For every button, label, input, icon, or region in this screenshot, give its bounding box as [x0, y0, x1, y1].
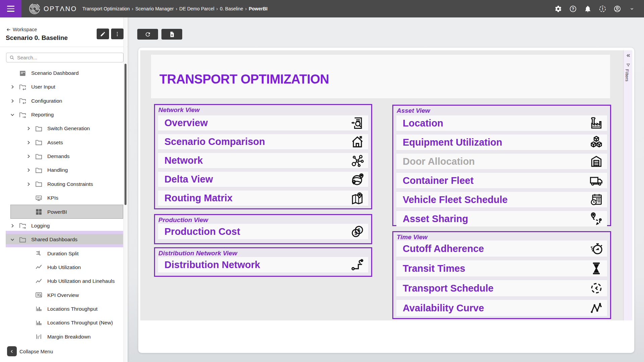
breadcrumb-item[interactable]: Transport Optimization [82, 6, 130, 11]
tree-item-configuration[interactable]: Configuration [0, 94, 123, 108]
bar-chart-icon [35, 305, 43, 313]
tree-item-label: Reporting [31, 112, 54, 118]
collapse-menu-button[interactable]: Collapse Menu [7, 346, 53, 356]
warehouse-door-icon [589, 154, 604, 169]
tree-item-hub-utilization-and-linehauls[interactable]: Hub Utilization and Linehauls [0, 274, 123, 288]
hourglass-icon [589, 261, 604, 276]
collapse-chevron-icon[interactable] [7, 346, 17, 356]
breadcrumb-item[interactable]: 0. Baseline [220, 6, 243, 11]
help-icon[interactable]: ? [565, 5, 580, 13]
scrollbar-thumb[interactable] [125, 64, 127, 205]
stopwatch-icon [589, 241, 604, 256]
tree-item-user-input[interactable]: User Input [0, 80, 123, 94]
refresh-icon [145, 31, 151, 38]
chevron-right-icon[interactable] [24, 154, 33, 159]
chevron-right-icon[interactable] [24, 167, 33, 173]
account-icon[interactable] [610, 5, 625, 13]
tile-equipment-utilization[interactable]: Equipment Utilization [396, 135, 607, 150]
tree-item-duration-split[interactable]: Duration Split [0, 247, 123, 260]
filters-label: Filters [625, 69, 630, 82]
chevron-right-icon[interactable] [24, 140, 33, 145]
tile-scenario-comparison[interactable]: Scenario Comparison [158, 134, 368, 149]
chevron-right-icon[interactable] [8, 98, 17, 104]
tile-routing-matrix[interactable]: Routing Matrix [158, 191, 368, 206]
tile-asset-sharing[interactable]: Asset Sharing [396, 211, 607, 226]
section-asset-view: Asset ViewLocationEquipment UtilizationD… [392, 105, 611, 226]
tile-availability-curve[interactable]: Availability Curve [396, 300, 607, 316]
breadcrumb-item[interactable]: Scenario Manager [135, 6, 174, 11]
tree-item-label: Margin Breakdown [47, 334, 91, 340]
tree-item-label: KPIs [47, 195, 58, 201]
trend-icon [35, 263, 43, 271]
chevron-right-icon[interactable] [8, 223, 17, 228]
tree-item-scenario-dashboard[interactable]: Scenario Dashboard [0, 66, 123, 80]
tile-transport-schedule[interactable]: Transport Schedule [396, 280, 607, 296]
tree-item-kpis[interactable]: KPIs [0, 191, 123, 205]
hamburger-menu-button[interactable] [0, 0, 21, 17]
tree-item-handling[interactable]: Handling [0, 163, 123, 177]
dashboard-icon [18, 69, 27, 77]
curve-icon [589, 301, 604, 315]
tree-item-powerbi[interactable]: PowerBI [0, 205, 123, 219]
bar-chart-icon [35, 319, 43, 327]
chevron-right-icon[interactable] [24, 126, 33, 131]
breadcrumb-separator: › [132, 6, 134, 11]
chevron-right-icon[interactable] [24, 182, 33, 187]
report-title: TRANSPORT OPTIMIZATION [159, 72, 329, 87]
tile-transit-times[interactable]: Transit Times [396, 260, 607, 276]
chevron-down-icon[interactable] [625, 6, 639, 11]
tile-vehicle-fleet-schedule[interactable]: Vehicle Fleet Schedule [396, 192, 607, 207]
svg-text:$: $ [358, 227, 360, 233]
breadcrumb-separator: › [176, 6, 178, 11]
chevron-down-icon[interactable] [8, 237, 17, 242]
tree-item-switch-generation[interactable]: Switch Generation [0, 122, 123, 136]
section-label: Time View [397, 234, 428, 241]
filters-panel-collapsed[interactable]: Filters [623, 50, 632, 320]
export-report-button[interactable] [161, 29, 182, 40]
tile-container-fleet[interactable]: Container Fleet [396, 173, 607, 188]
settings-icon[interactable] [551, 5, 565, 13]
export-file-icon [169, 31, 175, 38]
tile-label: Delta View [164, 174, 213, 185]
section-production-view: Production ViewProduction Cost$$ [154, 214, 372, 244]
section-label: Production View [158, 216, 208, 224]
sidebar: Workspace Scenario 0. Baseline Search...… [0, 17, 128, 362]
tree-item-demands[interactable]: Demands [0, 150, 123, 163]
tree-item-kpi-overview[interactable]: KPI Overview [0, 288, 123, 302]
refresh-button[interactable] [137, 29, 158, 40]
tile-delta-view[interactable]: Delta View [158, 172, 368, 187]
tile-cutoff-adherence[interactable]: Cutoff Adherence [396, 241, 607, 257]
tree-item-margin-breakdown[interactable]: Margin Breakdown [0, 330, 123, 344]
section-distribution-view: Distribution Network ViewDistribution Ne… [154, 247, 372, 277]
tree-item-reporting[interactable]: Reporting [0, 108, 123, 122]
tree-item-hub-utilization[interactable]: Hub Utilization [0, 260, 123, 274]
tile-label: Network [164, 155, 203, 166]
tree-item-label: Handling [47, 167, 68, 173]
notifications-icon[interactable] [580, 5, 595, 13]
alerts-icon[interactable]: ! [595, 5, 610, 13]
folder-in-icon [18, 97, 27, 105]
tree-item-shared-dashboards[interactable]: Shared Dashboards [0, 233, 123, 247]
chevron-right-icon[interactable] [8, 84, 17, 90]
filter-funnel-icon [626, 63, 630, 67]
sidebar-scrollbar[interactable] [123, 17, 127, 362]
tree-item-logging[interactable]: Logging [0, 219, 123, 232]
breadcrumb-item[interactable]: DE Demo Parcel [179, 6, 214, 11]
coins-icon: $$ [350, 224, 365, 239]
tile-overview[interactable]: Overview [158, 115, 368, 131]
tree-item-locations-throughput[interactable]: Locations Throughput [0, 302, 123, 316]
tree-item-locations-throughput-new-[interactable]: Locations Throughput (New) [0, 316, 123, 330]
section-label: Asset View [397, 107, 430, 114]
tile-location[interactable]: Location [396, 115, 607, 131]
tile-distribution-network[interactable]: Distribution Network [158, 257, 368, 272]
folder-out-icon [18, 222, 27, 229]
tile-production-cost[interactable]: Production Cost$$ [158, 224, 368, 239]
section-time-view: Time ViewCutoff AdherenceTransit TimesTr… [392, 231, 611, 319]
chevron-down-icon[interactable] [8, 112, 17, 117]
tile-network[interactable]: Network [158, 153, 368, 168]
tree-item-routing-constraints[interactable]: Routing Constraints [0, 177, 123, 191]
tree-item-assets[interactable]: Assets [0, 136, 123, 149]
tile-label: Scenario Comparison [164, 136, 265, 147]
svg-text:$: $ [354, 230, 357, 236]
collapse-menu-label: Collapse Menu [19, 349, 53, 354]
